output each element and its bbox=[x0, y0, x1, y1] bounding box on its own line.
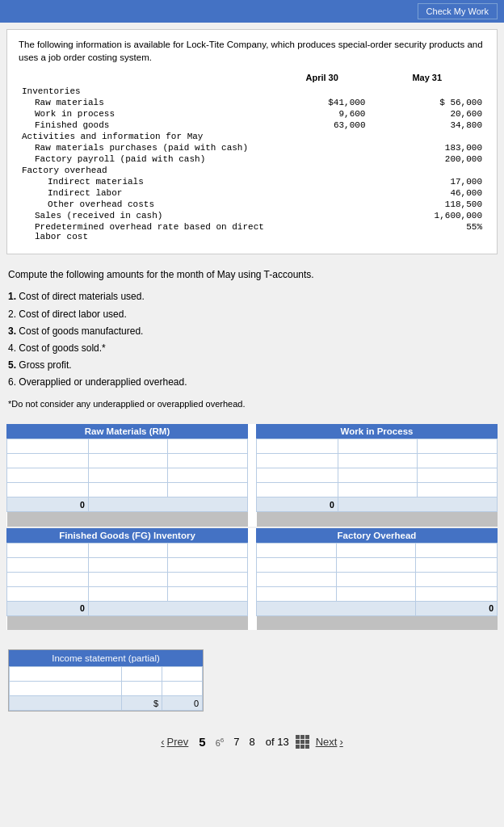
info-row-apr-5 bbox=[275, 142, 369, 153]
rm-input-r0c1[interactable] bbox=[90, 442, 166, 451]
prev-button[interactable]: ‹ Prev bbox=[161, 736, 188, 748]
grid-view-icon[interactable] bbox=[296, 735, 309, 749]
wip-input-r0c0[interactable] bbox=[258, 442, 336, 451]
fo-input-r2c0[interactable] bbox=[258, 574, 334, 584]
compute-item-4: 4. Cost of goods sold.* bbox=[8, 341, 496, 356]
wip-input-r3c1[interactable] bbox=[340, 485, 416, 495]
t-account-fg: Finished Goods (FG) Inventory bbox=[6, 528, 248, 631]
info-row-label-11: Sales (received in cash) bbox=[19, 210, 275, 221]
info-row-may-4 bbox=[368, 131, 485, 142]
page-6[interactable]: 66 bbox=[212, 736, 229, 749]
income-input-r1c0[interactable] bbox=[11, 684, 120, 694]
fg-total-row: 0 bbox=[7, 601, 248, 615]
income-total-symbol: $ bbox=[122, 696, 162, 711]
fg-total-left: 0 bbox=[7, 601, 89, 615]
rm-input-r0c2[interactable] bbox=[170, 442, 246, 451]
fg-input-r2c1[interactable] bbox=[90, 574, 166, 584]
wip-input-r2c2[interactable] bbox=[419, 471, 495, 481]
rm-input-r3c2[interactable] bbox=[170, 485, 246, 495]
page-8[interactable]: 8 bbox=[246, 735, 259, 749]
rm-input-r1c1[interactable] bbox=[90, 456, 166, 466]
info-row-apr-8 bbox=[275, 176, 369, 187]
wip-input-r1c2[interactable] bbox=[419, 456, 495, 466]
income-input-r0c2[interactable] bbox=[164, 670, 200, 679]
info-row-may-8: 17,000 bbox=[368, 176, 485, 187]
compute-item-2: 2. Cost of direct labor used. bbox=[8, 307, 496, 322]
info-row-may-10: 118,500 bbox=[368, 199, 485, 210]
wip-input-r3c2[interactable] bbox=[419, 485, 495, 495]
fo-input-r3c0[interactable] bbox=[258, 589, 334, 598]
next-button[interactable]: Next › bbox=[316, 736, 343, 748]
income-input-r0c0[interactable] bbox=[11, 670, 120, 679]
rm-total-row: 0 bbox=[7, 497, 248, 512]
header-may: May 31 bbox=[368, 72, 485, 86]
info-box: The following information is available f… bbox=[6, 29, 498, 254]
t-account-fo-header: Factory Overhead bbox=[256, 528, 498, 543]
fg-input-r0c1[interactable] bbox=[90, 545, 166, 555]
rm-input-r1c2[interactable] bbox=[170, 456, 246, 466]
compute-list: 1. Cost of direct materials used.2. Cost… bbox=[8, 289, 496, 390]
info-row-label-3: Finished goods bbox=[19, 120, 275, 131]
next-arrow-icon: › bbox=[339, 736, 342, 748]
prev-label[interactable]: Prev bbox=[167, 736, 189, 748]
fg-input-r2c0[interactable] bbox=[9, 574, 86, 584]
info-row-apr-6 bbox=[275, 153, 369, 165]
wip-input-r2c0[interactable] bbox=[258, 471, 336, 481]
next-label[interactable]: Next bbox=[316, 736, 338, 748]
fo-input-r2c2[interactable] bbox=[418, 574, 495, 584]
table-row bbox=[257, 468, 498, 483]
page-numbers: 5 66 7 8 bbox=[195, 734, 258, 749]
rm-input-r3c1[interactable] bbox=[90, 485, 166, 495]
fg-input-r3c1[interactable] bbox=[90, 589, 166, 598]
pagination: ‹ Prev 5 66 7 8 of 13 Next › bbox=[0, 720, 504, 764]
fg-input-r2c2[interactable] bbox=[170, 574, 246, 584]
income-table-wrapper: Income statement (partial) $ 0 bbox=[8, 649, 204, 712]
income-input-r0c1[interactable] bbox=[124, 670, 160, 679]
wip-input-r1c1[interactable] bbox=[340, 456, 416, 466]
wip-input-r1c0[interactable] bbox=[258, 456, 336, 466]
compute-intro: Compute the following amounts for the mo… bbox=[8, 267, 496, 283]
fo-input-r0c0[interactable] bbox=[258, 545, 334, 555]
wip-input-r3c0[interactable] bbox=[258, 485, 336, 495]
fo-input-r3c2[interactable] bbox=[418, 589, 495, 598]
grid-cell bbox=[296, 740, 300, 744]
fg-input-r3c2[interactable] bbox=[170, 589, 246, 598]
top-bar: Check My Work bbox=[0, 0, 504, 23]
fo-input-r0c1[interactable] bbox=[338, 545, 414, 555]
wip-input-r2c1[interactable] bbox=[340, 471, 416, 481]
fo-input-r2c1[interactable] bbox=[338, 574, 414, 584]
fo-input-r0c2[interactable] bbox=[418, 545, 495, 555]
rm-input-r3c0[interactable] bbox=[9, 485, 86, 495]
fg-input-r1c1[interactable] bbox=[90, 560, 166, 569]
t-account-fo: Factory Overhead bbox=[256, 528, 498, 631]
page-5[interactable]: 5 bbox=[195, 734, 209, 749]
rm-input-r2c2[interactable] bbox=[170, 471, 246, 481]
info-row-may-1: $ 56,000 bbox=[368, 97, 485, 108]
wip-input-r0c2[interactable] bbox=[419, 442, 495, 451]
rm-input-r1c0[interactable] bbox=[9, 456, 86, 466]
income-section: Income statement (partial) $ 0 bbox=[0, 641, 504, 720]
table-row bbox=[257, 483, 498, 497]
fg-input-r0c0[interactable] bbox=[9, 545, 86, 555]
page-7[interactable]: 7 bbox=[229, 735, 243, 749]
fg-input-r1c2[interactable] bbox=[170, 560, 246, 569]
income-input-r1c2[interactable] bbox=[164, 684, 200, 694]
rm-input-r2c1[interactable] bbox=[90, 471, 166, 481]
t-accounts-area: Raw Materials (RM) bbox=[0, 421, 504, 633]
fo-input-r1c0[interactable] bbox=[258, 560, 334, 569]
table-row bbox=[257, 454, 498, 468]
table-row bbox=[7, 454, 248, 468]
fg-input-r3c0[interactable] bbox=[9, 589, 86, 598]
income-input-r1c1[interactable] bbox=[124, 684, 160, 694]
fo-input-r1c2[interactable] bbox=[418, 560, 495, 569]
rm-input-r0c0[interactable] bbox=[9, 442, 86, 451]
grid-cell bbox=[296, 735, 300, 739]
fo-input-r3c1[interactable] bbox=[338, 589, 414, 598]
fg-input-r0c2[interactable] bbox=[170, 545, 246, 555]
wip-input-r0c1[interactable] bbox=[340, 442, 416, 451]
check-my-work-button[interactable]: Check My Work bbox=[418, 3, 498, 19]
income-total-row: $ 0 bbox=[10, 696, 203, 711]
rm-input-r2c0[interactable] bbox=[9, 471, 86, 481]
fo-input-r1c1[interactable] bbox=[338, 560, 414, 569]
fg-input-r1c0[interactable] bbox=[9, 560, 86, 569]
